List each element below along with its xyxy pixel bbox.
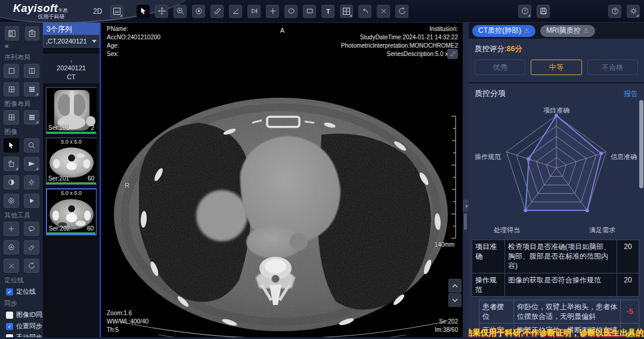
- export-button[interactable]: [537, 5, 550, 18]
- tool-add-button[interactable]: [4, 222, 19, 236]
- table-row: 操作规范 图像的获取是否符合操作规范 20: [472, 273, 639, 297]
- study-group-header[interactable]: , 20240121 CT: [43, 54, 100, 83]
- image-invert-button[interactable]: [4, 175, 19, 189]
- rect-roi-button[interactable]: [303, 5, 316, 18]
- tool-eraser-button[interactable]: [24, 240, 39, 254]
- tab-mri-qc[interactable]: MRI脑质控 ⚠: [540, 25, 595, 37]
- image-flip-button[interactable]: [24, 157, 39, 171]
- sync-imageid-checkbox[interactable]: [6, 312, 13, 319]
- accno-text: AccNO:2401210200: [107, 33, 160, 42]
- thumbnail-image-count: 2: [91, 125, 94, 131]
- tab-mri-qc-label: MRI脑质控: [546, 26, 581, 36]
- reset-button[interactable]: [395, 5, 408, 18]
- image-rotate-button[interactable]: [4, 157, 19, 171]
- info-button[interactable]: [518, 5, 531, 18]
- thumbnail-loaded-bar: [47, 132, 96, 133]
- image-magnify-button[interactable]: [24, 138, 39, 153]
- sync-imageid-row[interactable]: 图像ID同步: [6, 310, 39, 319]
- table-row: 项目准确 检查项目是否准确(项目如脑部、胸部、腹部是否在标准的范围内容) 20: [472, 240, 639, 273]
- series-thumbnail-201[interactable]: 5.0 x 5.0 Ser:201 60: [46, 138, 97, 185]
- zoom-in-icon: [177, 7, 184, 15]
- panel-scrollbar-thumb[interactable]: [639, 100, 643, 188]
- tool-find-annotation-button[interactable]: [4, 240, 19, 254]
- chevron-down-icon: [452, 298, 458, 303]
- tool-reset-button[interactable]: [24, 259, 39, 273]
- undo-button[interactable]: [358, 5, 371, 18]
- ruler-tool-button[interactable]: [210, 5, 224, 18]
- series-panel: 3个序列 ,CT,20240121 , 20240121 CT Ser:101 …: [43, 23, 101, 339]
- localizer-checkbox-row[interactable]: ✓ 定位线: [6, 287, 39, 296]
- layout-2d-button[interactable]: 2D: [110, 5, 123, 18]
- collapse-sidebar-chevron[interactable]: «: [5, 42, 39, 50]
- viewport-scrollbar-thumb[interactable]: [464, 213, 467, 230]
- image-viewport[interactable]: PName: AccNO:2401210200 Age: Sex: A Inst…: [102, 23, 463, 339]
- study-dropdown[interactable]: ,CT,20240121: [43, 35, 100, 48]
- cobb-angle-tool-button[interactable]: [247, 5, 261, 18]
- chevron-down-icon: [92, 40, 97, 43]
- scroll-up-button[interactable]: [448, 279, 462, 293]
- image-layout-2x2-button[interactable]: [4, 110, 19, 125]
- scroll-down-button[interactable]: [448, 293, 462, 307]
- ruler-scale-label: 140mm: [435, 241, 454, 249]
- qc-grade-buttons: 优秀 中等 不合格: [469, 55, 644, 82]
- localizer-checkbox[interactable]: ✓: [6, 288, 13, 296]
- image-scroll-buttons: [448, 279, 462, 307]
- series-position-overlay: Se:202 Im:38/60: [435, 318, 458, 334]
- panel-layout-button[interactable]: [5, 26, 19, 41]
- qc-score-value: 86分: [506, 45, 522, 53]
- info-icon: [521, 7, 529, 15]
- series-layout-grid-button[interactable]: [24, 82, 39, 97]
- grade-excellent-button[interactable]: 优秀: [475, 60, 525, 75]
- series-thumbnail-101[interactable]: Ser:101 2: [46, 87, 97, 134]
- image-layout-button[interactable]: [340, 5, 353, 18]
- thumbnail-image-count: 60: [88, 175, 94, 182]
- pan-tool-button[interactable]: [155, 5, 168, 18]
- tab-ct-qc[interactable]: CT质控(肺部) ⚠: [472, 25, 535, 37]
- thumbnail-series-number: Ser:202: [49, 225, 70, 232]
- panel-edge-strip: ›: [463, 23, 469, 339]
- grade-fail-button[interactable]: 不合格: [587, 60, 638, 75]
- sex-text: Sex:: [107, 50, 160, 58]
- windowing-tool-button[interactable]: [192, 5, 205, 18]
- image-cursor-button[interactable]: [4, 138, 19, 153]
- report-link[interactable]: 报告: [624, 89, 638, 99]
- angle-tool-button[interactable]: [229, 5, 242, 18]
- series-layout-1x1-button[interactable]: [4, 64, 19, 78]
- zoom-tool-button[interactable]: [174, 5, 187, 18]
- image-play-button[interactable]: [24, 194, 39, 208]
- tool-delete-button[interactable]: [4, 259, 19, 273]
- windowing-icon: [195, 7, 203, 15]
- image-layout-grid-button[interactable]: [24, 110, 39, 125]
- tool-comment-button[interactable]: [24, 222, 39, 236]
- sync-position-checkbox[interactable]: ✓: [6, 323, 13, 330]
- angle-icon: [232, 7, 240, 15]
- image-brightness-button[interactable]: [24, 175, 39, 189]
- localizer-section-label: 定位线: [4, 276, 39, 285]
- study-datetime-text: StudyDateTime:2024-01-21 14:32:22: [341, 33, 458, 42]
- other-tools-section-label: 其他工具: [4, 211, 39, 220]
- image-spiral-button[interactable]: [4, 194, 19, 208]
- series-thumbnail-202-selected[interactable]: 5.0 x 5.0 Ser:202 60: [46, 188, 97, 235]
- help-button[interactable]: [608, 5, 621, 18]
- link-series-button[interactable]: [447, 49, 458, 59]
- series-count-header: 3个序列: [43, 23, 100, 35]
- thumbnail-image-count: 60: [87, 225, 94, 232]
- delete-annotation-button[interactable]: [377, 5, 390, 18]
- grade-medium-button[interactable]: 中等: [531, 60, 581, 75]
- ellipse-roi-button[interactable]: [284, 5, 298, 18]
- logo-subtitle: 仅用于科研: [13, 14, 89, 20]
- probe-tool-button[interactable]: [266, 5, 279, 18]
- radar-label-0: 项目准确: [543, 106, 569, 115]
- settings-button[interactable]: [627, 5, 640, 18]
- panel-report-button[interactable]: [25, 26, 39, 41]
- study-modality: CT: [43, 73, 100, 82]
- cursor-tool-button[interactable]: [137, 5, 150, 18]
- chevron-up-icon: [452, 284, 458, 288]
- svg-text:2D: 2D: [115, 10, 120, 13]
- warning-icon: ⚠: [583, 27, 589, 35]
- row-label: 项目准确: [472, 240, 505, 273]
- sync-position-row[interactable]: ✓ 位置同步: [6, 322, 39, 331]
- series-layout-1x2-button[interactable]: [24, 64, 39, 78]
- series-layout-2x2-button[interactable]: [4, 82, 19, 97]
- text-annotation-button[interactable]: T: [321, 5, 335, 18]
